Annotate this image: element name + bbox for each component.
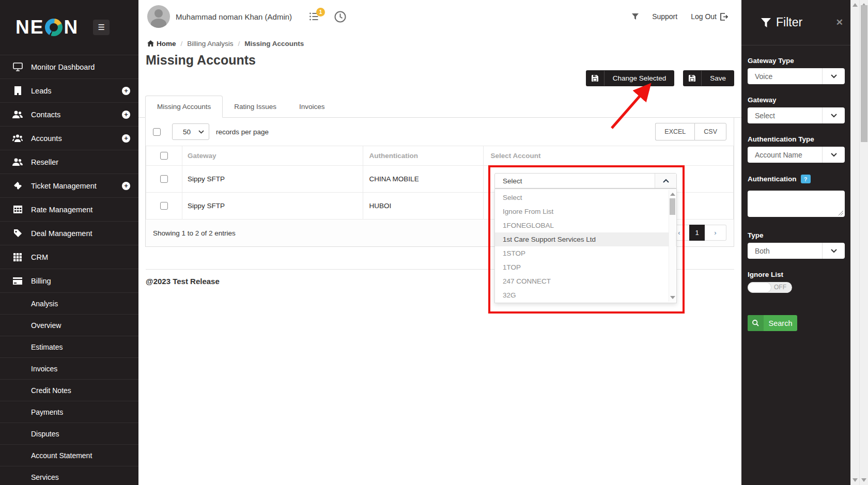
save-disk-icon — [683, 71, 702, 86]
sidebar-subitem-account-statement[interactable]: Account Statement — [0, 444, 138, 466]
logout-link[interactable]: Log Out — [691, 12, 728, 21]
sidebar-subitem-estimates[interactable]: Estimates — [0, 336, 138, 357]
expand-plus-icon[interactable]: + — [122, 111, 130, 119]
select-all-checkbox[interactable] — [153, 128, 161, 136]
records-per-page-select[interactable]: 50 — [172, 123, 209, 140]
sidebar-subitem-label: Estimates — [31, 343, 63, 351]
top-header: Muhammad noman Khan (Admin) 1 Support Lo… — [138, 0, 741, 33]
sidebar-item-ticket-management[interactable]: Ticket Management + — [0, 174, 138, 197]
sidebar-item-accounts[interactable]: Accounts + — [0, 126, 138, 150]
records-toolbar: 50 records per page EXCEL CSV — [146, 118, 734, 146]
sidebar-item-monitor-dashboard[interactable]: Monitor Dashboard — [0, 55, 138, 79]
authentication-label-row: Authentication ? — [748, 175, 845, 183]
help-question-badge[interactable]: ? — [801, 175, 811, 183]
ignore-list-label: Ignore List — [748, 271, 845, 278]
gateway-select[interactable]: Select — [748, 107, 845, 123]
account-select-value: Select — [495, 177, 655, 185]
tasks-list-icon[interactable]: 1 — [309, 12, 320, 21]
logout-label: Log Out — [691, 12, 717, 21]
sidebar-item-deal-management[interactable]: Deal Management — [0, 221, 138, 245]
filter-funnel-icon[interactable] — [632, 13, 639, 20]
search-button[interactable]: Search — [748, 315, 797, 331]
sidebar-subitem-services[interactable]: Services — [0, 466, 138, 485]
tab-missing-accounts[interactable]: Missing Accounts — [145, 96, 223, 118]
excel-button[interactable]: EXCEL — [655, 123, 694, 140]
dropdown-option[interactable]: Ignore From List — [495, 205, 676, 218]
dropdown-option[interactable]: 1STOP — [495, 246, 676, 260]
type-select[interactable]: Both — [748, 243, 845, 259]
sidebar-subitem-analysis[interactable]: Analysis — [0, 292, 138, 314]
ignore-list-toggle[interactable]: OFF — [748, 282, 792, 293]
expand-plus-icon[interactable]: + — [122, 182, 130, 190]
sidebar-item-billing[interactable]: Billing — [0, 269, 138, 292]
change-selected-button[interactable]: Change Selected — [586, 70, 675, 86]
sidebar-item-leads[interactable]: Leads + — [0, 79, 138, 102]
expand-plus-icon[interactable]: + — [122, 134, 130, 143]
authentication-type-select[interactable]: Account Name — [748, 147, 845, 163]
scroll-up-arrow-icon[interactable] — [670, 193, 675, 196]
notification-badge: 1 — [316, 8, 325, 17]
avatar[interactable] — [147, 5, 170, 28]
scrollbar-thumb[interactable] — [670, 198, 675, 215]
sidebar-item-contacts[interactable]: Contacts + — [0, 102, 138, 126]
gateway-type-select[interactable]: Voice — [748, 68, 845, 84]
support-link[interactable]: Support — [652, 12, 677, 21]
sidebar-subitem-overview[interactable]: Overview — [0, 314, 138, 336]
dropdown-option[interactable]: 1FONEGLOBAL — [495, 218, 676, 232]
account-select-control[interactable]: Select — [494, 173, 677, 189]
save-label: Save — [702, 70, 734, 86]
breadcrumb-current: Missing Accounts — [244, 40, 304, 48]
dropdown-option[interactable]: Select — [495, 191, 676, 205]
sidebar-subitem-payments[interactable]: Payments — [0, 401, 138, 423]
authentication-type-label: Authentication Type — [748, 135, 845, 143]
sidebar-subitem-disputes[interactable]: Disputes — [0, 423, 138, 444]
sidebar-subitem-label: Analysis — [31, 300, 58, 308]
row-checkbox[interactable] — [160, 202, 168, 210]
breadcrumb-home[interactable]: Home — [147, 40, 176, 48]
clock-icon[interactable] — [334, 11, 346, 23]
sidebar-item-reseller[interactable]: Reseller — [0, 150, 138, 174]
save-button[interactable]: Save — [683, 70, 734, 86]
header-checkbox[interactable] — [160, 152, 168, 160]
inner-scrollbar[interactable] — [850, 0, 859, 485]
hamburger-menu-icon[interactable]: ☰ — [93, 20, 110, 35]
breadcrumb-billing-analysis[interactable]: Billing Analysis — [187, 40, 233, 48]
page-title: Missing Accounts — [146, 53, 741, 68]
pagination-page-1[interactable]: 1 — [689, 225, 705, 241]
scrollbar-thumb[interactable] — [861, 5, 867, 142]
sidebar-subitem-invoices[interactable]: Invoices — [0, 357, 138, 379]
pagination-next-button[interactable]: › — [705, 225, 726, 241]
row-checkbox[interactable] — [160, 175, 168, 183]
title-row: Missing Accounts Change Selected Save — [138, 53, 741, 89]
tab-invoices[interactable]: Invoices — [288, 96, 336, 117]
browser-scrollbar[interactable] — [859, 0, 868, 485]
records-per-page-value: 50 — [183, 128, 191, 136]
dropdown-option[interactable]: 1TOP — [495, 260, 676, 274]
dropdown-option[interactable]: 32G — [495, 288, 676, 302]
logo-text-left: NE — [16, 17, 44, 38]
csv-button[interactable]: CSV — [694, 123, 726, 140]
sidebar-item-rate-management[interactable]: Rate Management — [0, 197, 138, 221]
save-disk-icon — [586, 71, 605, 86]
scroll-down-arrow-icon[interactable] — [861, 478, 866, 482]
scroll-up-arrow-icon[interactable] — [853, 3, 858, 7]
column-authentication: Authentication — [363, 146, 484, 166]
dropdown-option-highlighted[interactable]: 1st Care Support Services Ltd — [495, 232, 676, 246]
cell-authentication: HUBOI — [363, 193, 484, 220]
authentication-textarea[interactable] — [748, 191, 845, 217]
scroll-down-arrow-icon[interactable] — [853, 478, 858, 482]
dropdown-option[interactable]: 247 CONNECT — [495, 274, 676, 288]
gateway-type-value: Voice — [748, 72, 822, 81]
credit-card-icon — [12, 276, 23, 286]
dropdown-scrollbar[interactable] — [669, 190, 676, 302]
toggle-state-label: OFF — [774, 284, 786, 291]
tab-rating-issues[interactable]: Rating Issues — [223, 96, 288, 117]
sidebar-subitem-credit-notes[interactable]: Credit Notes — [0, 379, 138, 401]
scroll-down-arrow-icon[interactable] — [670, 296, 675, 299]
sidebar-item-crm[interactable]: CRM — [0, 245, 138, 269]
close-icon[interactable]: ✕ — [836, 17, 843, 28]
cell-gateway: Sippy SFTP — [182, 166, 363, 193]
sidebar-item-label: CRM — [31, 253, 130, 261]
expand-plus-icon[interactable]: + — [122, 87, 130, 95]
gateway-value: Select — [748, 112, 822, 120]
